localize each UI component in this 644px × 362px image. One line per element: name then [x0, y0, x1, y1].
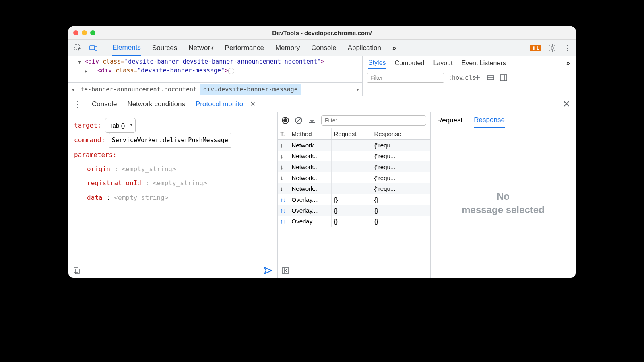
more-options-icon[interactable]: ⋮	[564, 43, 572, 52]
main-toolbar: Elements Sources Network Performance Mem…	[68, 40, 576, 56]
download-icon[interactable]	[308, 117, 316, 124]
svg-rect-8	[74, 267, 78, 272]
protocol-row[interactable]: ↓Network...{"requ...	[278, 151, 430, 161]
styles-sidebar: Styles Computed Layout Event Listeners »…	[362, 56, 576, 96]
sidetab-event-listeners[interactable]: Event Listeners	[461, 60, 506, 67]
protocol-filter-input[interactable]	[321, 115, 426, 126]
svg-rect-4	[479, 79, 481, 81]
tab-sources[interactable]: Sources	[152, 41, 177, 55]
row-response: {}	[372, 205, 430, 216]
dom-tree[interactable]: ▼ <div class="devsite-banner devsite-ban…	[68, 56, 362, 82]
row-response: {}	[372, 194, 430, 205]
protocol-row[interactable]: ↓Network...{"requ...	[278, 183, 430, 194]
breadcrumb-scroll-right-icon[interactable]: ▸	[353, 86, 362, 93]
tab-console[interactable]: Console	[311, 41, 336, 55]
row-request	[331, 140, 372, 151]
tab-application[interactable]: Application	[348, 41, 381, 55]
target-label: target:	[74, 122, 101, 129]
toggle-sidebar-icon[interactable]	[500, 74, 509, 81]
sidetab-styles[interactable]: Styles	[368, 59, 386, 69]
settings-icon[interactable]	[548, 44, 556, 52]
row-method: Overlay....	[289, 205, 331, 216]
clear-icon[interactable]	[295, 116, 303, 124]
hov-toggle[interactable]: :hov	[448, 74, 457, 81]
drawer-tab-console[interactable]: Console	[92, 100, 117, 108]
device-toolbar-icon[interactable]	[89, 45, 97, 51]
detail-tab-request[interactable]: Request	[437, 116, 462, 124]
sidetab-computed[interactable]: Computed	[395, 60, 425, 67]
protocol-row[interactable]: ↑↓Overlay....{}{}	[278, 216, 430, 227]
svg-rect-7	[75, 269, 79, 274]
new-style-rule-icon[interactable]	[474, 74, 483, 81]
row-request: {}	[331, 205, 372, 216]
drawer-tab-network-conditions[interactable]: Network conditions	[127, 100, 185, 108]
row-request: {}	[331, 194, 372, 205]
close-drawer-icon[interactable]: ✕	[563, 99, 570, 110]
row-direction-icon: ↓	[278, 161, 289, 172]
dom-tag: <div	[85, 58, 99, 65]
detail-tab-response[interactable]: Response	[474, 116, 505, 128]
protocol-row[interactable]: ↓Network...{"requ...	[278, 140, 430, 151]
protocol-command-editor: target: Tab () command: ServiceWorker.de…	[68, 112, 278, 278]
breadcrumb-scroll-left-icon[interactable]: ◂	[68, 86, 77, 93]
no-message-placeholder: Nomessage selected	[431, 128, 576, 278]
sidetab-layout[interactable]: Layout	[433, 60, 452, 67]
tab-network[interactable]: Network	[188, 41, 213, 55]
row-direction-icon: ↑↓	[278, 216, 289, 227]
elements-panel: ▼ <div class="devsite-banner devsite-ban…	[68, 56, 576, 96]
expand-ellipsis[interactable]: …	[228, 68, 234, 74]
param-registrationid-label: registrationId	[87, 179, 141, 187]
protocol-message-list: T. Method Request Response ↓Network...{"…	[278, 112, 431, 278]
close-tab-icon[interactable]: ✕	[250, 100, 256, 108]
breadcrumb-item[interactable]: te-banner-announcement.nocontent	[77, 84, 200, 95]
param-origin-value[interactable]: <empty_string>	[122, 165, 176, 173]
tab-performance[interactable]: Performance	[225, 41, 264, 55]
breadcrumb-item-selected[interactable]: div.devsite-banner-message	[200, 84, 301, 95]
row-method: Network...	[289, 172, 331, 183]
tab-memory[interactable]: Memory	[275, 41, 300, 55]
issues-badge[interactable]: ▮ 1	[530, 45, 541, 51]
svg-point-3	[551, 47, 553, 49]
row-direction-icon: ↑↓	[278, 194, 289, 205]
row-response: {"requ...	[372, 140, 430, 151]
row-method: Overlay....	[289, 194, 331, 205]
record-button[interactable]	[282, 117, 289, 124]
main-panel-tabs: Elements Sources Network Performance Mem…	[112, 40, 523, 55]
command-label: command:	[74, 136, 105, 144]
tabs-overflow-icon[interactable]: »	[392, 41, 396, 55]
target-select[interactable]: Tab ()	[105, 118, 136, 133]
drawer-more-icon[interactable]: ⋮	[74, 100, 81, 109]
titlebar: DevTools - developer.chrome.com/	[68, 26, 576, 40]
protocol-monitor-panel: target: Tab () command: ServiceWorker.de…	[68, 112, 576, 278]
collapse-sidebar-icon[interactable]	[282, 267, 289, 274]
computed-styles-icon[interactable]	[487, 74, 496, 81]
devtools-window: DevTools - developer.chrome.com/ Element…	[68, 26, 576, 278]
copy-command-icon[interactable]	[73, 267, 80, 274]
drawer-tab-protocol-monitor[interactable]: Protocol monitor ✕	[196, 100, 256, 112]
param-registrationid-value[interactable]: <empty_string>	[153, 179, 207, 187]
inspect-element-icon[interactable]	[74, 44, 82, 52]
col-type[interactable]: T.	[278, 128, 289, 140]
col-method[interactable]: Method	[289, 128, 331, 140]
protocol-row[interactable]: ↑↓Overlay....{}{}	[278, 205, 430, 216]
dom-breadcrumb[interactable]: ◂ te-banner-announcement.nocontent div.d…	[68, 82, 362, 96]
sidetabs-overflow-icon[interactable]: »	[566, 60, 570, 67]
row-response: {"requ...	[372, 172, 430, 183]
row-response: {"requ...	[372, 161, 430, 172]
styles-filter-input[interactable]	[367, 73, 444, 83]
col-request[interactable]: Request	[331, 128, 372, 140]
protocol-row[interactable]: ↓Network...{"requ...	[278, 161, 430, 172]
row-method: Network...	[289, 161, 331, 172]
protocol-row[interactable]: ↓Network...{"requ...	[278, 172, 430, 183]
cls-toggle[interactable]: .cls	[461, 74, 470, 81]
protocol-row[interactable]: ↑↓Overlay....{}{}	[278, 194, 430, 205]
param-data-value[interactable]: <empty_string>	[114, 194, 168, 201]
tab-elements[interactable]: Elements	[112, 40, 141, 56]
row-direction-icon: ↓	[278, 183, 289, 194]
parameters-label: parameters:	[74, 151, 117, 159]
command-input[interactable]: ServiceWorker.deliverPushMessage	[109, 133, 231, 148]
send-command-icon[interactable]	[264, 267, 272, 275]
row-request	[331, 172, 372, 183]
svg-rect-6	[500, 75, 507, 81]
col-response[interactable]: Response	[372, 128, 430, 140]
